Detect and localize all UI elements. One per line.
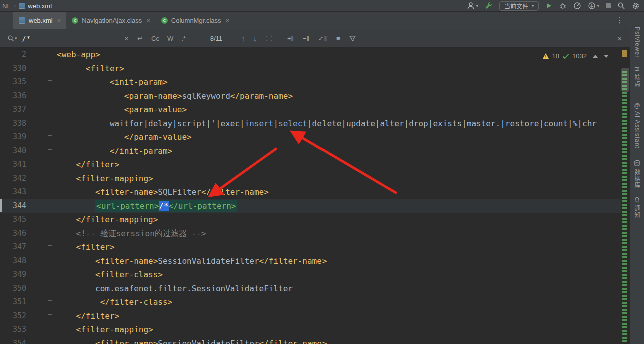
prev-problem-icon[interactable] <box>593 55 598 58</box>
code-text[interactable]: </filter> <box>57 309 630 323</box>
close-tab-icon[interactable]: × <box>226 17 230 24</box>
tool-stripe-数据库[interactable]: 数据库 <box>633 160 641 188</box>
line-number[interactable]: 353 <box>0 323 26 337</box>
fold-marker-icon[interactable] <box>48 177 52 180</box>
remove-occurrence-icon[interactable]: −‖ <box>303 35 309 42</box>
next-occurrence-icon[interactable]: ↓ <box>253 34 257 43</box>
code-text[interactable]: <url-pattern>/*</url-pattern> <box>57 199 630 213</box>
code-line-347[interactable]: 347<filter> <box>0 240 630 254</box>
line-number[interactable]: 346 <box>0 227 26 241</box>
tab-web.xml[interactable]: web.xml× <box>13 12 66 29</box>
profiler-button[interactable] <box>573 2 581 10</box>
code-line-351[interactable]: 351</filter-class> <box>0 295 630 309</box>
line-number[interactable]: 345 <box>0 213 26 227</box>
code-text[interactable]: waitfor|delay|script|'|exec|insert|selec… <box>57 117 630 131</box>
code-line-353[interactable]: 353<filter-mapping> <box>0 323 630 337</box>
tool-stripe-端点[interactable]: 端点 <box>633 66 641 87</box>
line-number[interactable]: 354 <box>0 337 26 344</box>
line-number[interactable]: 338 <box>0 117 26 131</box>
settings-button[interactable] <box>632 2 640 10</box>
code-line-349[interactable]: 349<filter-class> <box>0 268 630 282</box>
code-line-342[interactable]: 342<filter-mapping> <box>0 172 630 186</box>
next-problem-icon[interactable] <box>604 55 609 58</box>
tab-NavigationAjax.class[interactable]: CNavigationAjax.class× <box>66 12 156 29</box>
tab-ColumnMgr.class[interactable]: CColumnMgr.class× <box>156 12 235 29</box>
find-all-icon[interactable]: ≡ <box>336 35 340 42</box>
code-line-346[interactable]: 346<!-- 验证serssion的过滤器 --> <box>0 227 630 241</box>
code-text[interactable]: </filter-class> <box>57 295 630 309</box>
line-number[interactable]: 342 <box>0 172 26 186</box>
fold-marker-icon[interactable] <box>48 328 52 331</box>
fold-marker-icon[interactable] <box>48 300 52 303</box>
code-text[interactable]: <filter-name>SQLFilter</filter-name> <box>57 185 630 199</box>
code-text[interactable]: <filter-mapping> <box>57 172 630 186</box>
newline-icon[interactable]: ↵ <box>137 35 143 42</box>
prev-occurrence-icon[interactable]: ↑ <box>241 34 245 43</box>
line-number[interactable]: 340 <box>0 144 26 158</box>
line-number[interactable]: 336 <box>0 89 26 103</box>
code-text[interactable]: </param-value> <box>57 130 630 144</box>
select-all-icon[interactable] <box>266 36 272 41</box>
line-number[interactable]: 335 <box>0 75 26 89</box>
error-stripe[interactable] <box>621 48 630 344</box>
add-occurrence-icon[interactable]: +‖ <box>287 35 294 42</box>
code-line-339[interactable]: 339</param-value> <box>0 130 630 144</box>
tool-stripe-PsiViewer[interactable]: PsiViewer <box>634 27 641 58</box>
fold-marker-icon[interactable] <box>48 149 52 152</box>
regex-toggle[interactable]: .* <box>181 35 186 42</box>
code-text[interactable]: <filter-class> <box>57 268 630 282</box>
line-number[interactable]: 339 <box>0 130 26 144</box>
code-text[interactable]: <!-- 验证serssion的过滤器 --> <box>57 227 630 241</box>
tool-stripe-通知[interactable]: 通知 <box>633 196 641 218</box>
close-find-bar-icon[interactable]: × <box>617 34 622 43</box>
code-text[interactable]: </init-param> <box>57 144 630 158</box>
code-line-335[interactable]: 335<init-param> <box>0 75 630 89</box>
code-text[interactable]: <filter> <box>57 240 630 254</box>
coverage-button[interactable]: ▾ <box>588 2 599 10</box>
fold-marker-icon[interactable] <box>48 218 52 221</box>
inspections-widget[interactable]: 10 1032 <box>539 51 612 61</box>
code-line-352[interactable]: 352</filter> <box>0 309 630 323</box>
code-text[interactable]: <filter> <box>57 62 630 76</box>
code-text[interactable]: com.esafenet.filter.SessionValidateFilte… <box>57 282 630 296</box>
line-number[interactable]: 343 <box>0 185 26 199</box>
search-input[interactable]: /* <box>22 34 120 42</box>
code-line-345[interactable]: 345</filter-mapping> <box>0 213 630 227</box>
code-line-340[interactable]: 340</init-param> <box>0 144 630 158</box>
quick-fix-button[interactable] <box>485 2 493 10</box>
line-number[interactable]: 347 <box>0 240 26 254</box>
editor[interactable]: 2<web-app>330<filter>335<init-param>336<… <box>0 48 630 344</box>
fold-marker-icon[interactable] <box>48 245 52 248</box>
debug-button[interactable] <box>559 2 567 10</box>
fold-marker-icon[interactable] <box>48 314 52 317</box>
line-number[interactable]: 344 <box>0 199 26 213</box>
code-text[interactable]: <filter-name>SessionValidateFilter</filt… <box>57 254 630 268</box>
code-line-330[interactable]: 330<filter> <box>0 62 630 76</box>
run-config-selector[interactable]: 当前文件 ▾ <box>499 1 539 11</box>
search-history-icon[interactable]: ▾ <box>15 36 17 41</box>
code-line-2[interactable]: 2<web-app> <box>0 48 630 62</box>
line-number[interactable]: 348 <box>0 254 26 268</box>
scrollbar-thumb[interactable] <box>621 68 629 92</box>
tab-options-icon[interactable]: ⋮ <box>616 16 624 25</box>
code-line-337[interactable]: 337<param-value> <box>0 103 630 117</box>
line-number[interactable]: 350 <box>0 282 26 296</box>
fold-marker-icon[interactable] <box>48 135 52 138</box>
select-occurrences-icon[interactable]: ✓‖ <box>318 35 327 42</box>
code-text[interactable]: <init-param> <box>57 75 630 89</box>
code-text[interactable]: </filter-mapping> <box>57 213 630 227</box>
line-number[interactable]: 349 <box>0 268 26 282</box>
filter-icon[interactable] <box>349 35 356 42</box>
code-line-336[interactable]: 336<param-name>sqlKeyword</param-name> <box>0 89 630 103</box>
project-name[interactable]: NF <box>2 2 11 10</box>
code-line-348[interactable]: 348<filter-name>SessionValidateFilter</f… <box>0 254 630 268</box>
tool-stripe-AI Assistant[interactable]: @AI Assistant <box>634 102 641 149</box>
search-everywhere-button[interactable] <box>617 2 625 10</box>
fold-marker-icon[interactable] <box>48 273 52 276</box>
user-button[interactable]: ▾ <box>467 2 478 10</box>
search-icon[interactable] <box>7 35 15 42</box>
code-line-341[interactable]: 341</filter> <box>0 158 630 172</box>
code-line-350[interactable]: 350com.esafenet.filter.SessionValidateFi… <box>0 282 630 296</box>
line-number[interactable]: 351 <box>0 295 26 309</box>
line-number[interactable]: 337 <box>0 103 26 117</box>
